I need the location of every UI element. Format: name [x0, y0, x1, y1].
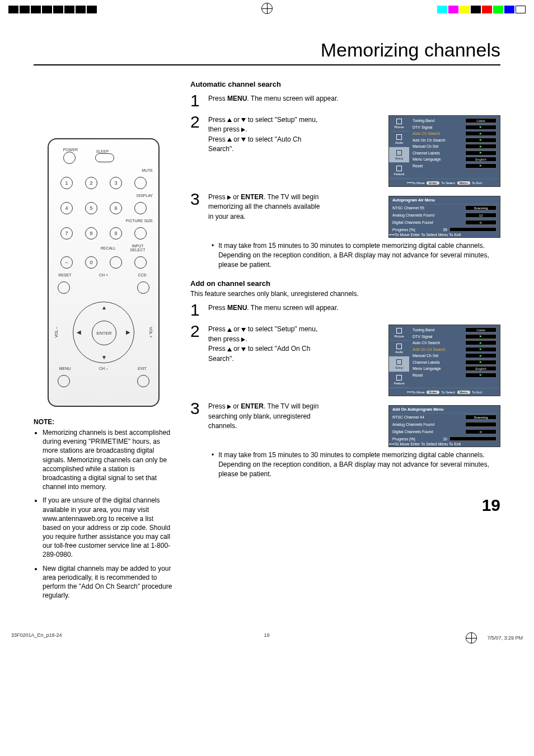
up-arrow-icon [227, 118, 232, 122]
note-item: If you are unsure of the digital channel… [43, 496, 174, 559]
step-note-auto: •It may take from 15 minutes to 30 minut… [212, 241, 500, 269]
note-item: New digital channels may be added to you… [43, 564, 174, 600]
step-3-auto: 3 Press or ENTER. The TV will begin memo… [190, 192, 382, 222]
osd-addon-autoprogram-menu: Add On Autoprogram Menu NTSC Channel 44S… [388, 405, 500, 447]
step-2-auto: 2 Press or to select "Setup" menu, then … [190, 115, 382, 154]
remote-diagram: POWER SLEEP MUTE 123 DISPLAY 456 PICTURE… [48, 138, 160, 407]
osd-setup-menu-auto: PictureAudioSetupFeature Tuning BandCabl… [388, 115, 500, 187]
osd-setup-menu-addon: PictureAudioSetupFeature Tuning BandCabl… [388, 325, 500, 396]
step-note-addon: •It may take from 15 minutes to 30 minut… [212, 450, 500, 478]
page-number: 19 [190, 496, 500, 515]
step-1-auto: 1 Press MENU. The menu screen will appea… [190, 94, 500, 107]
section-subtext-addon: This feature searches only blank, unregi… [190, 290, 500, 298]
note-item: Memorizing channels is best accomplished… [43, 428, 174, 491]
page-title: Memorizing channels [34, 39, 500, 65]
document-footer: 33F0201A_En_p18-24 19 7/5/07, 3:29 PM [0, 632, 534, 649]
register-mark-icon [261, 3, 273, 14]
step-2-addon: 2 Press or to select "Setup" menu, then … [190, 325, 382, 364]
note-heading: NOTE: [34, 418, 174, 426]
step-3-addon: 3 Press or ENTER. The TV will begin sear… [190, 402, 382, 431]
note-list: Memorizing channels is best accomplished… [34, 428, 174, 600]
osd-autoprogram-menu: Autoprogram Air Menu NTSC Channel 55Scan… [388, 196, 500, 238]
section-heading-addon: Add on channel search [190, 279, 500, 288]
crop-marks-top [0, 0, 534, 22]
section-heading-auto: Automatic channel search [190, 80, 500, 88]
step-1-addon: 1 Press MENU. The menu screen will appea… [190, 303, 500, 317]
